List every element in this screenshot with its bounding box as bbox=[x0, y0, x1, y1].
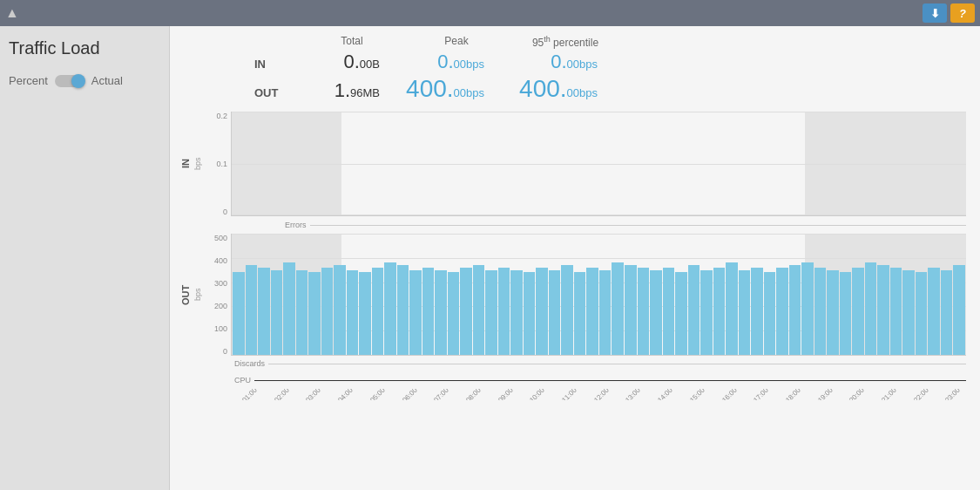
bar bbox=[258, 268, 270, 355]
x-axis-label: 22:00 bbox=[907, 389, 935, 400]
x-axis-label: 02:00 bbox=[267, 389, 295, 400]
x-axis-label: 19:00 bbox=[811, 389, 839, 400]
out-y-0: 0 bbox=[223, 347, 227, 356]
bar bbox=[739, 270, 751, 355]
stats-header: Total Peak 95th percentile IN 0.00B 0.00… bbox=[218, 35, 966, 105]
in-direction: IN bbox=[254, 58, 282, 71]
bar bbox=[928, 268, 940, 355]
in-chart-section: IN bps 0.2 0.1 0 bbox=[179, 112, 966, 216]
bar bbox=[789, 265, 801, 355]
x-axis-label: 04:00 bbox=[331, 389, 359, 400]
bar bbox=[877, 265, 889, 355]
out-pct-unit: bps bbox=[579, 86, 598, 99]
bar bbox=[347, 270, 359, 355]
out-total-unit: MB bbox=[363, 86, 381, 99]
in-y-axis: 0.2 0.1 0 bbox=[203, 112, 231, 216]
discards-label: Discards bbox=[234, 359, 265, 368]
x-axis-label: 11:00 bbox=[555, 389, 583, 400]
out-peak-dec: 00 bbox=[454, 86, 466, 99]
x-axis-label: 12:00 bbox=[587, 389, 615, 400]
in-y-bot: 0 bbox=[223, 208, 227, 216]
bar bbox=[840, 272, 852, 355]
out-direction: OUT bbox=[254, 86, 282, 99]
out-y-500: 500 bbox=[214, 234, 227, 242]
out-total-dec: 96 bbox=[350, 86, 362, 99]
bar bbox=[321, 268, 334, 355]
bar bbox=[890, 268, 902, 355]
out-peak: 400.00bps bbox=[387, 75, 491, 103]
in-chart-label: IN bbox=[179, 112, 193, 216]
bar bbox=[372, 268, 384, 355]
charts-container: IN bps 0.2 0.1 0 bbox=[179, 112, 966, 481]
bar bbox=[422, 268, 435, 355]
out-y-200: 200 bbox=[214, 302, 227, 310]
in-chart-body: 0.2 0.1 0 bbox=[203, 112, 966, 216]
bar bbox=[233, 272, 245, 355]
in-total-dec: 00 bbox=[360, 58, 372, 71]
page-title: Traffic Load bbox=[9, 38, 160, 58]
toggle-switch[interactable] bbox=[55, 75, 84, 87]
bar bbox=[764, 272, 776, 355]
bar bbox=[650, 270, 662, 355]
bar bbox=[409, 270, 422, 355]
out-chart-plot bbox=[231, 234, 966, 356]
discards-row: Discards bbox=[179, 356, 966, 371]
bar bbox=[296, 270, 308, 355]
bar bbox=[448, 272, 460, 355]
in-stats-row: IN 0.00B 0.00bps 0.00bps bbox=[254, 51, 966, 73]
up-icon[interactable]: ▲ bbox=[5, 5, 19, 21]
bar bbox=[688, 265, 700, 355]
percentile-label: 95 bbox=[532, 37, 544, 49]
x-axis-label: 01:00 bbox=[235, 389, 263, 400]
x-axis-label: 08:00 bbox=[459, 389, 487, 400]
x-axis-label: 20:00 bbox=[843, 389, 871, 400]
in-chart-plot bbox=[231, 112, 966, 216]
x-axis-label: 14:00 bbox=[652, 389, 679, 400]
x-axis-label: 06:00 bbox=[395, 389, 423, 400]
out-pct-val: 400. bbox=[519, 75, 567, 102]
actual-label: Actual bbox=[91, 74, 123, 87]
bar bbox=[271, 270, 283, 355]
bar bbox=[283, 262, 295, 355]
out-peak-unit: bps bbox=[466, 86, 484, 99]
bar bbox=[663, 268, 675, 355]
total-header: Total bbox=[300, 35, 404, 49]
in-peak: 0.00bps bbox=[387, 51, 491, 73]
x-axis-label: 23:00 bbox=[939, 389, 966, 400]
bar bbox=[814, 268, 827, 355]
top-bar: ▲ ⬇ ? bbox=[0, 0, 980, 26]
in-percentile: 0.00bps bbox=[491, 51, 605, 73]
bar bbox=[726, 262, 738, 355]
in-y-top: 0.2 bbox=[216, 112, 227, 120]
bar bbox=[397, 265, 409, 355]
x-axis-label: 15:00 bbox=[683, 389, 711, 400]
x-axis-label: 09:00 bbox=[491, 389, 519, 400]
errors-row: Errors bbox=[179, 216, 966, 234]
out-total-val: 1. bbox=[335, 79, 350, 101]
x-axis-label: 05:00 bbox=[363, 389, 391, 400]
bar bbox=[524, 272, 536, 355]
bar bbox=[536, 268, 548, 355]
out-peak-val: 400. bbox=[406, 75, 454, 102]
in-peak-val: 0. bbox=[437, 51, 453, 72]
bar bbox=[675, 272, 687, 355]
in-chart-unit: bps bbox=[193, 112, 203, 216]
bar bbox=[435, 270, 447, 355]
sidebar: Traffic Load Percent Actual bbox=[0, 26, 170, 490]
bar bbox=[473, 265, 485, 355]
percent-label: Percent bbox=[9, 74, 48, 87]
in-grid-1 bbox=[232, 112, 966, 112]
in-pct-unit: bps bbox=[579, 58, 598, 71]
x-axis-label: 13:00 bbox=[619, 389, 647, 400]
download-button[interactable]: ⬇ bbox=[923, 3, 947, 23]
out-bars bbox=[232, 234, 966, 355]
x-axis-label: 17:00 bbox=[747, 389, 775, 400]
help-button[interactable]: ? bbox=[950, 3, 975, 23]
bar bbox=[700, 270, 713, 355]
bar bbox=[561, 265, 573, 355]
bar bbox=[916, 272, 928, 355]
x-axis-label: 18:00 bbox=[779, 389, 807, 400]
in-pct-val: 0. bbox=[551, 51, 566, 72]
out-chart-section: OUT bps 500 400 300 200 100 0 bbox=[179, 234, 966, 356]
bar bbox=[485, 270, 497, 355]
